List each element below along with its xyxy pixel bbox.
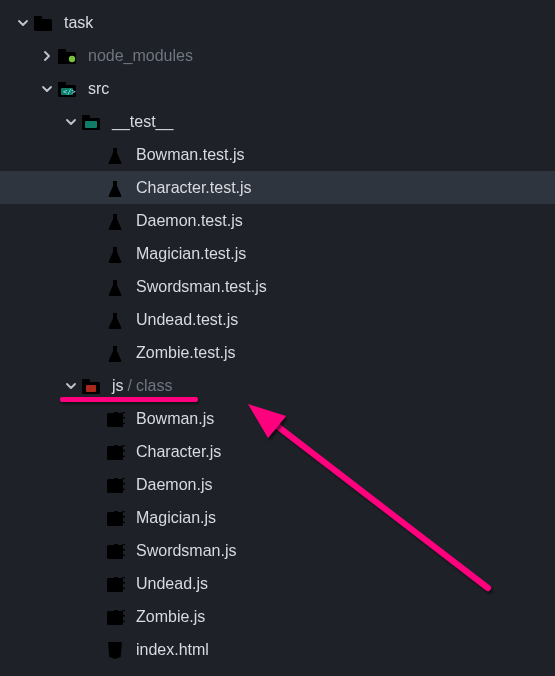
chevron-down-icon (62, 115, 80, 129)
folder-node-modules[interactable]: node_modules (0, 39, 555, 72)
folder-label: task (64, 14, 93, 32)
flask-icon (104, 210, 126, 232)
chevron-down-icon (62, 379, 80, 393)
file-test[interactable]: Bowman.test.js (0, 138, 555, 171)
file-class[interactable]: Swordsman.js (0, 534, 555, 567)
js-icon (104, 540, 126, 562)
flask-icon (104, 276, 126, 298)
folder-label: js/class (112, 377, 172, 395)
flask-icon (104, 342, 126, 364)
js-icon (104, 507, 126, 529)
folder-label-part1: js (112, 377, 124, 394)
folder-label-part2: class (136, 377, 172, 394)
chevron-right-icon (38, 49, 56, 63)
file-label: Character.js (136, 443, 221, 461)
svg-point-4 (69, 55, 75, 61)
svg-text:</>: </> (63, 88, 76, 96)
file-label: Zombie.js (136, 608, 205, 626)
file-tree: task node_modules </> src __test__ Bowma… (0, 0, 555, 666)
file-label: Swordsman.test.js (136, 278, 267, 296)
flask-icon (104, 309, 126, 331)
svg-rect-8 (86, 385, 96, 392)
js-icon (104, 441, 126, 463)
annotation-underline (60, 397, 198, 402)
file-index-html[interactable]: index.html (0, 633, 555, 666)
folder-label: node_modules (88, 47, 193, 65)
folder-icon: </> (56, 78, 78, 100)
chevron-down-icon (14, 16, 32, 30)
file-class[interactable]: Character.js (0, 435, 555, 468)
file-label: Magician.test.js (136, 245, 246, 263)
js-icon (104, 474, 126, 496)
file-test[interactable]: Zombie.test.js (0, 336, 555, 369)
file-class[interactable]: Undead.js (0, 567, 555, 600)
file-test[interactable]: Character.test.js (0, 171, 555, 204)
folder-src[interactable]: </> src (0, 72, 555, 105)
file-label: Undead.js (136, 575, 208, 593)
file-label: Daemon.test.js (136, 212, 243, 230)
folder-label: src (88, 80, 109, 98)
js-icon (104, 408, 126, 430)
flask-icon (104, 144, 126, 166)
js-icon (104, 606, 126, 628)
file-label: Bowman.js (136, 410, 214, 428)
folder-task[interactable]: task (0, 6, 555, 39)
file-label: Bowman.test.js (136, 146, 244, 164)
file-test[interactable]: Magician.test.js (0, 237, 555, 270)
folder-icon (56, 45, 78, 67)
file-class[interactable]: Bowman.js (0, 402, 555, 435)
folder-icon (80, 111, 102, 133)
js-icon (104, 573, 126, 595)
file-class[interactable]: Magician.js (0, 501, 555, 534)
folder-icon (32, 12, 54, 34)
flask-icon (104, 177, 126, 199)
folder-test[interactable]: __test__ (0, 105, 555, 138)
file-test[interactable]: Daemon.test.js (0, 204, 555, 237)
file-label: Swordsman.js (136, 542, 236, 560)
file-label: index.html (136, 641, 209, 659)
svg-rect-7 (85, 121, 97, 128)
file-test[interactable]: Swordsman.test.js (0, 270, 555, 303)
file-label: Character.test.js (136, 179, 252, 197)
html5-icon (104, 639, 126, 661)
flask-icon (104, 243, 126, 265)
folder-label: __test__ (112, 113, 173, 131)
file-class[interactable]: Daemon.js (0, 468, 555, 501)
chevron-down-icon (38, 82, 56, 96)
folder-icon (80, 375, 102, 397)
file-label: Undead.test.js (136, 311, 238, 329)
file-label: Daemon.js (136, 476, 212, 494)
path-separator: / (128, 377, 132, 394)
file-class[interactable]: Zombie.js (0, 600, 555, 633)
file-label: Zombie.test.js (136, 344, 236, 362)
file-label: Magician.js (136, 509, 216, 527)
file-test[interactable]: Undead.test.js (0, 303, 555, 336)
